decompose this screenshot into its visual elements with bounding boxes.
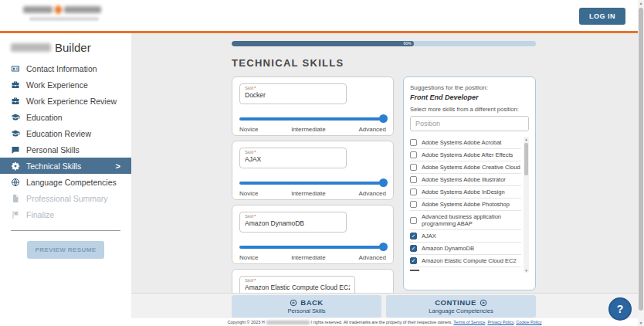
move-icon[interactable] (358, 89, 368, 100)
scroll-down-icon[interactable]: ▾ (524, 268, 529, 273)
sidebar-item-education[interactable]: Education (0, 109, 131, 125)
slider-thumb[interactable] (379, 114, 388, 123)
suggestions-title: Suggestions for the position: (410, 84, 529, 91)
move-icon[interactable] (358, 217, 368, 228)
unchecked-checkbox-icon[interactable] (410, 176, 417, 183)
back-button[interactable]: BACK Personal Skills (232, 295, 381, 318)
sidebar-item-education-review[interactable]: Education Review (0, 125, 131, 141)
suggestion-row[interactable]: ✓ Amazon DynamoDB (410, 243, 521, 255)
slider-label-novice: Novice (239, 126, 258, 133)
terms-of-service-link[interactable]: Terms of Service (453, 320, 485, 324)
skill-level-slider[interactable] (239, 114, 386, 123)
suggestion-label: Amazon Elastic Compute Cloud EC2 (422, 257, 517, 264)
suggestions-scrollbar-thumb[interactable] (524, 143, 528, 175)
skill-name-input[interactable]: Skill* Docker (239, 83, 347, 104)
copyright-blurred-company (266, 321, 310, 324)
suggestion-row[interactable]: Adobe Systems Adobe Acrobat (410, 137, 521, 149)
slider-label-intermediate: Intermediate (291, 254, 325, 261)
suggestion-row[interactable]: Adobe Systems Adobe Photoshop (410, 199, 521, 211)
page-footer: Copyright © 2023 Hl rights reserved. All… (131, 318, 638, 326)
move-icon[interactable] (366, 281, 371, 292)
move-icon[interactable] (358, 153, 368, 164)
log-in-button[interactable]: LOG IN (579, 8, 625, 25)
suggestion-row[interactable]: Adobe Systems Adobe After Effects (410, 149, 521, 161)
slider-track (239, 182, 386, 185)
slider-label-advanced: Advanced (358, 254, 386, 261)
skill-name-input[interactable]: Skill* AJAX (239, 148, 347, 168)
cookie-policy-link[interactable]: Cookie Policy (516, 320, 541, 324)
page-title: TECHNICAL SKILLS (232, 57, 536, 69)
progress-bar-fill: 60% (232, 41, 414, 46)
scrollbar-up-icon[interactable]: ▲ (638, 1, 644, 5)
back-button-subtitle: Personal Skills (287, 307, 325, 314)
sidebar-item-label: Language Competencies (26, 178, 117, 187)
suggestion-label: Adobe Systems Adobe Illustrator (422, 176, 506, 183)
suggestion-row[interactable]: ✓ AJAX (410, 230, 521, 243)
suggestion-label: Adobe Systems Adobe Acrobat (422, 139, 501, 146)
trash-icon[interactable] (381, 281, 386, 291)
sidebar-item-professional-summary: Professional Summary (0, 190, 131, 206)
position-search-input[interactable] (410, 116, 529, 131)
skill-name-value: AJAX (245, 155, 341, 164)
sidebar-item-language-competencies[interactable]: Language Competencies (0, 174, 131, 190)
unchecked-checkbox-icon[interactable] (410, 188, 417, 195)
logo-orange-mark (55, 5, 62, 14)
skill-level-slider[interactable] (239, 243, 386, 251)
skill-level-slider[interactable] (239, 178, 386, 187)
checked-checkbox-icon[interactable]: ✓ (410, 257, 417, 264)
suggestion-row[interactable]: Adobe Systems Adobe Creative Cloud (410, 161, 521, 174)
skill-cards-column: Skill* Docker Novice Intermediate Advanc… (232, 76, 394, 297)
privacy-policy-link[interactable]: Privacy Policy (487, 320, 514, 324)
sidebar-item-work-experience-review[interactable]: Work Experience Review (0, 93, 131, 109)
sidebar-item-label: Contact Information (26, 64, 97, 73)
unchecked-checkbox-icon[interactable] (410, 151, 417, 158)
graduation-cap-icon (11, 113, 20, 122)
suggestion-row[interactable]: Advanced business application programmin… (410, 211, 521, 230)
suggestion-row[interactable]: Adobe Systems Adobe InDesign (410, 186, 521, 199)
sidebar-item-personal-skills[interactable]: Personal Skills (0, 141, 131, 158)
checked-checkbox-icon[interactable]: ✓ (410, 245, 417, 252)
skill-card: Skill* Docker Novice Intermediate Advanc… (232, 76, 394, 136)
suggestion-row[interactable]: Adobe Systems Adobe Illustrator (410, 174, 521, 186)
unchecked-checkbox-icon[interactable] (410, 139, 417, 146)
sidebar-item-work-experience[interactable]: Work Experience (0, 76, 131, 93)
continue-button[interactable]: CONTINUE Language Competencies (386, 295, 536, 318)
skill-field-label: Skill* (245, 150, 341, 155)
unchecked-checkbox-icon[interactable] (410, 164, 417, 171)
scrollbar-down-icon[interactable]: ▼ (638, 321, 644, 325)
skill-field-label: Skill* (245, 214, 341, 219)
slider-label-novice: Novice (239, 254, 258, 261)
suggestion-label: Adobe Systems Adobe After Effects (422, 151, 513, 158)
partially-scrolled-row (410, 270, 419, 271)
skill-card: Skill* Amazon DynamoDB Novice Intermedia… (232, 205, 394, 264)
sidebar-title-text: Builder (55, 41, 91, 54)
help-button[interactable]: ? (608, 297, 632, 321)
scroll-up-icon[interactable]: ▴ (524, 137, 529, 141)
trash-icon[interactable] (377, 89, 386, 99)
skills-content-row: Skill* Docker Novice Intermediate Advanc… (232, 76, 536, 297)
main-content: 60% TECHNICAL SKILLS Skill* Docker Novic… (131, 33, 638, 326)
suggestions-scrollbar[interactable]: ▴ ▾ (524, 137, 529, 273)
slider-labels: Novice Intermediate Advanced (239, 190, 386, 197)
unchecked-checkbox-icon[interactable] (410, 201, 417, 208)
suggestion-row[interactable]: ✓ Amazon Elastic Compute Cloud EC2 (410, 255, 521, 267)
trash-icon[interactable] (377, 153, 386, 163)
skill-name-input[interactable]: Skill* Amazon DynamoDB (239, 212, 347, 233)
slider-thumb[interactable] (379, 178, 388, 187)
skill-card: Skill* AJAX Novice Intermediate Advanced (232, 141, 394, 200)
sidebar-item-label: Education (26, 113, 63, 122)
browser-scrollbar[interactable]: ▲ ▼ (638, 0, 644, 326)
slider-thumb[interactable] (379, 243, 388, 251)
preview-resume-button[interactable]: PREVIEW RESUME (27, 241, 105, 259)
slider-labels: Novice Intermediate Advanced (239, 254, 386, 261)
chevron-right-icon: > (116, 161, 120, 171)
unchecked-checkbox-icon[interactable] (410, 217, 417, 224)
sidebar-item-contact-information[interactable]: Contact Information (0, 60, 131, 76)
trash-icon[interactable] (377, 217, 386, 227)
browser-scrollbar-thumb[interactable] (639, 8, 643, 311)
sidebar-item-technical-skills[interactable]: Technical Skills> (0, 158, 131, 174)
checked-checkbox-icon[interactable]: ✓ (410, 233, 417, 239)
flag-icon (11, 210, 20, 219)
copyright-text: l rights reserved. All trademarks are th… (311, 320, 452, 324)
skill-name-value: Docker (245, 91, 341, 100)
